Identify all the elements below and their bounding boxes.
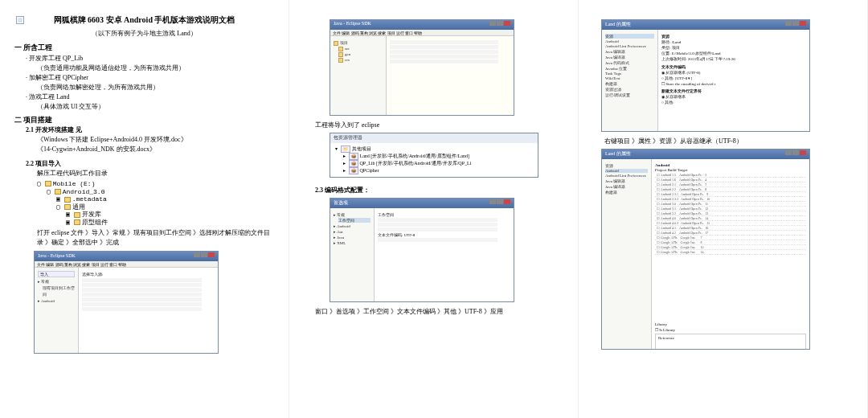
prefs-path-text: 窗口 》首选项 》工作空间 》文本文件编码 》其他 》UTF-8 》应用 bbox=[315, 307, 563, 316]
section-1-heading: 一 所含工程 bbox=[14, 43, 274, 54]
library-label: Library bbox=[655, 322, 806, 326]
checkbox-label: Store the encoding of derived r bbox=[665, 82, 715, 86]
tree-item: ▸ Ant bbox=[334, 229, 371, 234]
page1-content: 一 所含工程 · 开发库工程 QP_Lib （负责通用功能及网络通信处理，为所有… bbox=[14, 43, 274, 354]
tree-item: res bbox=[338, 58, 383, 63]
tree-item: Java 编辑器 bbox=[605, 178, 648, 183]
page-3: Land 的属性 资源 Android Android Lint Prefere… bbox=[579, 0, 868, 418]
doc-title: 网狐棋牌 6603 安卓 Android 手机版本游戏说明文档 bbox=[14, 14, 274, 26]
tree-item: Android Lint Preferences bbox=[605, 44, 654, 48]
setting-row bbox=[378, 238, 497, 242]
delim-heading: 新建文本文件行定界符 bbox=[661, 88, 806, 93]
editor-area bbox=[387, 36, 514, 115]
tree-label: 原型组件 bbox=[82, 219, 108, 226]
window-controls-icon bbox=[489, 199, 510, 207]
tree-label: Android_3.0 bbox=[63, 188, 105, 195]
tree-item: Javadoc 位置 bbox=[605, 66, 654, 71]
prefs-tree: ▸ 常规 工作空间 ▸ Android ▸ Ant ▸ Java ▸ XML bbox=[330, 208, 375, 301]
screenshot-properties: Land 的属性 资源 Android Android Lint Prefere… bbox=[601, 19, 810, 132]
folder-icon bbox=[338, 58, 343, 63]
tree-label: 开发库 bbox=[82, 211, 101, 218]
radio-row: ◉ 从容器继承 bbox=[661, 94, 806, 99]
screenshot-preferences: 首选项 ▸ 常规 工作空间 ▸ Android ▸ Ant ▸ Java ▸ X… bbox=[330, 198, 514, 302]
folder-tree: ▢ Mobile (E:) ▢ Android_3.0 ▣ .metadata … bbox=[37, 180, 274, 227]
tree-item-selected: 资源 bbox=[605, 34, 654, 39]
window-title: Java - Eclipse SDK bbox=[38, 252, 76, 260]
prefs-panel: 工作空间 文本文件编码: UTF-8 bbox=[375, 208, 514, 301]
context-path-text: 右键项目 》属性 》资源 》从容器继承（UTF-8） bbox=[604, 137, 853, 145]
tree-node: ▣ .metadata bbox=[56, 195, 274, 203]
prop-value: E:\Mobile\3.0\原型组件\Land bbox=[672, 51, 721, 55]
tree-node-root: ▢ Mobile (E:) bbox=[37, 180, 274, 188]
folder-icon bbox=[338, 47, 343, 51]
game-line: · 游戏工程 Land bbox=[26, 92, 274, 102]
folder-icon: 📁 bbox=[341, 145, 350, 153]
list-item bbox=[82, 288, 202, 292]
panel-heading: 资源 bbox=[661, 34, 806, 39]
android-panel: Android Project Build Target ☐ Android 1… bbox=[652, 159, 809, 349]
tree-item: Java 编辑器 bbox=[605, 49, 654, 54]
screenshot-eclipse-import: Java - Eclipse SDK 文件 编辑 源码 重构 浏览 搜索 项目 … bbox=[34, 251, 219, 354]
cipher-line: · 加解密工程 QPCipher bbox=[26, 73, 274, 83]
prop-label: 上次修改时间: bbox=[661, 57, 686, 61]
section-2-heading: 二 项目搭建 bbox=[14, 115, 274, 126]
window-controls-icon bbox=[784, 150, 806, 158]
prop-label: 路径: bbox=[661, 40, 670, 44]
list-item bbox=[82, 283, 202, 287]
tree-item: 资源 bbox=[605, 163, 648, 168]
tree-item: 构建器 bbox=[605, 190, 648, 195]
reference-box: Reference bbox=[655, 334, 806, 350]
doc-subtitle: （以下所有例子为斗地主游戏 Land） bbox=[14, 29, 274, 38]
pkg-label: QPCipher bbox=[360, 168, 379, 173]
import-dialog-title: 导入 bbox=[38, 271, 75, 277]
page-1: □ 网狐棋牌 6603 安卓 Android 手机版本游戏说明文档 （以下所有例… bbox=[0, 0, 289, 418]
list-item bbox=[82, 302, 202, 306]
pkg-item: ▸ 📦Land [开发部/手机系统/Android/通用/原型组件/Land] bbox=[343, 153, 533, 160]
radio-label: 其他: bbox=[665, 76, 674, 80]
folder-icon bbox=[55, 189, 61, 195]
panel-title: 包资源管理器 bbox=[334, 134, 362, 142]
code-line bbox=[390, 59, 498, 64]
radio-row: ○ 其他: [UTF-8 ▾] bbox=[661, 76, 806, 80]
folder-icon bbox=[338, 52, 343, 57]
setting-row bbox=[378, 227, 497, 232]
package-tree: 项目 src gen res bbox=[330, 36, 387, 115]
tree-item: ▸ 常规 bbox=[38, 279, 75, 285]
lib-line: · 开发库工程 QP_Lib bbox=[26, 54, 274, 64]
folder-icon bbox=[64, 204, 71, 210]
checkbox-row: ☐ Store the encoding of derived r bbox=[661, 81, 806, 86]
tree-item-selected: 工作空间 bbox=[338, 218, 371, 223]
table-heading: Project Build Target bbox=[655, 168, 806, 172]
eclipse-left-panel: 导入 ▸ 常规 现有项目到工作空间 ▸ Android bbox=[35, 268, 79, 353]
prop-value: /Land bbox=[672, 40, 682, 44]
properties-tree: 资源 Android Android Lint Preferences Java… bbox=[602, 30, 658, 131]
page-2: Java - Eclipse SDK 文件 编辑 源码 重构 浏览 搜索 项目 … bbox=[289, 0, 579, 418]
setting-row bbox=[378, 218, 497, 222]
tree-item: 运行/调试设置 bbox=[605, 92, 654, 97]
window-title: Java - Eclipse SDK bbox=[334, 21, 371, 29]
sec-2-1: 2.1 开发环境搭建 见 bbox=[26, 125, 274, 135]
window-titlebar: Java - Eclipse SDK bbox=[35, 252, 218, 261]
cipher-desc: （负责网络加解密处理，为所有游戏共用） bbox=[37, 83, 274, 92]
tree-item: Task Tags bbox=[605, 72, 654, 76]
tree-item: 资源过滤 bbox=[605, 87, 654, 92]
step-extract: 解压工程代码到工作目录 bbox=[37, 169, 274, 178]
target-list: ☐ Android 1.5 Android Open Pr.. 3 ☐ Andr… bbox=[655, 173, 806, 318]
code-line bbox=[390, 55, 498, 59]
tree-label: 通用 bbox=[72, 203, 85, 211]
tree-label: .metadata bbox=[72, 195, 107, 203]
window-title: Land 的属性 bbox=[605, 150, 631, 158]
ref-doc-1: 《Windows 下搭建 Eclipse+Android4.0 开发环境.doc… bbox=[37, 135, 274, 145]
radio-label: 其他: bbox=[665, 100, 674, 104]
project-icon: 📦 bbox=[349, 167, 358, 174]
after-import-text: 工程将导入到了 eclipse bbox=[315, 121, 563, 129]
prop-row: 类型: 项目 bbox=[661, 45, 806, 50]
tree-item: ▸ XML bbox=[334, 240, 371, 245]
list-item bbox=[82, 278, 202, 282]
window-controls-icon bbox=[489, 21, 510, 29]
tree-item: Android bbox=[605, 39, 654, 43]
code-line bbox=[390, 40, 498, 44]
tree-item: src bbox=[338, 47, 383, 51]
pkg-label: 其他项目 bbox=[352, 146, 371, 151]
window-title: 首选项 bbox=[334, 199, 348, 207]
